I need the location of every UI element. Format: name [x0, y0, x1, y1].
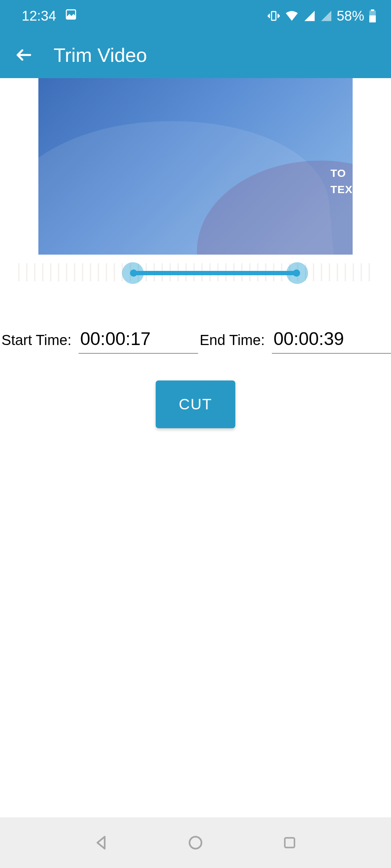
battery-pct: 58%: [337, 8, 364, 24]
start-time-label: Start Time:: [0, 332, 79, 348]
overlay-line2: TEX: [331, 181, 353, 197]
svg-rect-4: [371, 9, 374, 11]
video-preview-container: TO TEX: [0, 78, 391, 255]
signal-icon-2: [320, 10, 332, 22]
cut-row: CUT: [0, 380, 391, 428]
status-bar: 12:34 58%: [0, 0, 391, 32]
status-left: 12:34: [22, 8, 77, 24]
overlay-line1: TO: [331, 165, 353, 181]
end-time-group: End Time:: [198, 328, 391, 354]
svg-rect-3: [369, 16, 376, 23]
preview-overlay-text: TO TEX: [331, 165, 353, 197]
video-preview[interactable]: TO TEX: [38, 78, 353, 255]
svg-rect-6: [285, 838, 295, 848]
start-time-group: Start Time:: [0, 328, 198, 354]
end-time-input[interactable]: [272, 328, 391, 354]
svg-rect-1: [272, 12, 276, 20]
start-time-input[interactable]: [79, 328, 198, 354]
battery-icon: [369, 9, 377, 22]
app-bar: Trim Video: [0, 32, 391, 78]
slider-handle-start[interactable]: [122, 262, 144, 284]
slider-handle-end[interactable]: [286, 262, 308, 284]
wifi-icon: [285, 9, 299, 22]
status-right: 58%: [267, 8, 377, 24]
back-button[interactable]: [14, 46, 33, 64]
signal-icon: [303, 10, 316, 22]
end-time-label: End Time:: [198, 332, 272, 348]
svg-point-5: [190, 837, 202, 849]
status-time: 12:34: [22, 8, 56, 24]
picture-icon: [65, 8, 77, 24]
nav-recent-button[interactable]: [280, 833, 299, 852]
trim-range-slider[interactable]: [0, 256, 391, 289]
vibrate-icon: [267, 9, 280, 22]
page-title: Trim Video: [54, 44, 147, 66]
nav-back-button[interactable]: [92, 833, 111, 852]
nav-home-button[interactable]: [186, 833, 205, 852]
slider-selected-range: [133, 271, 297, 275]
android-nav-bar: [0, 817, 391, 868]
time-row: Start Time: End Time:: [0, 328, 391, 354]
cut-button[interactable]: CUT: [156, 380, 235, 428]
